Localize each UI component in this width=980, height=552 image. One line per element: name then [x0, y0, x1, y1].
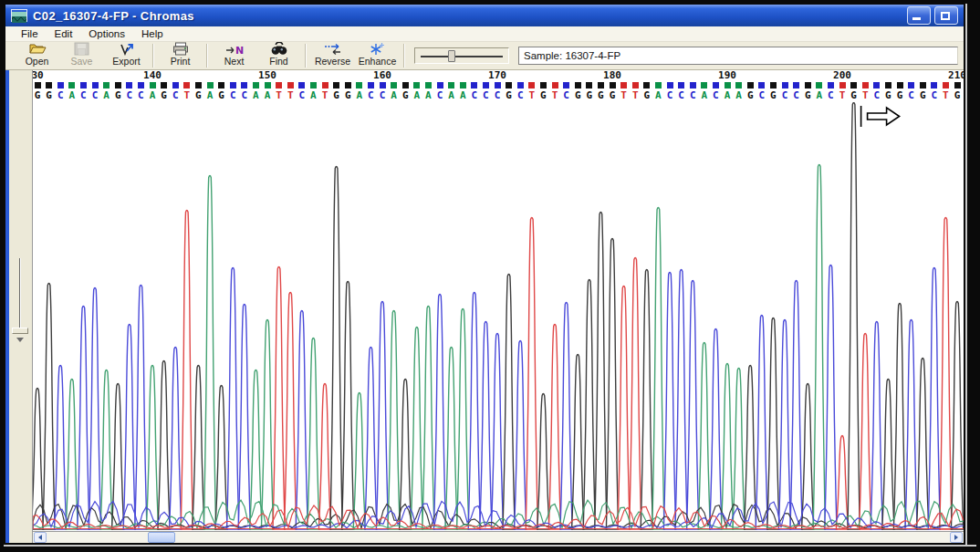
- trace-peak-G: [595, 213, 607, 530]
- trace-peak-G: [193, 366, 204, 530]
- toolbar-button-save[interactable]: Save: [59, 42, 104, 68]
- base-quality-square: [150, 82, 156, 89]
- base-call-letter: A: [733, 89, 745, 102]
- base-call-letter: C: [434, 89, 446, 102]
- ruler-label: 150: [258, 70, 276, 81]
- base-call-letter: A: [353, 89, 365, 102]
- base-quality-square: [667, 82, 673, 89]
- base-call-letter: A: [147, 89, 159, 102]
- horizontal-scrollbar[interactable]: [33, 531, 964, 543]
- enhance-sparkle-icon: [370, 42, 385, 56]
- base-quality-square: [356, 82, 362, 89]
- toolbar-separator: [206, 44, 208, 68]
- scrollbar-thumb[interactable]: [148, 532, 175, 543]
- base-quality-square: [425, 82, 432, 89]
- save-floppy-icon: [74, 42, 89, 56]
- titlebar[interactable]: C02_16307-4-FP - Chromas: [5, 5, 964, 26]
- base-quality-square: [528, 82, 535, 89]
- minimize-button[interactable]: [907, 6, 931, 25]
- base-call-letter: C: [135, 89, 147, 102]
- base-quality-square: [862, 82, 869, 89]
- base-quality-square: [35, 82, 41, 89]
- menu-item-help[interactable]: Help: [133, 27, 172, 41]
- trace-peak-G: [802, 384, 814, 530]
- toolbar-button-print[interactable]: Print: [158, 42, 203, 68]
- screenshot-frame: C02_16307-4-FP - Chromas FileEditOptions…: [0, 0, 980, 552]
- trace-peak-G: [893, 304, 905, 530]
- window-body: 30140150160170180190200210GGCACCAGCCAGCT…: [5, 70, 964, 543]
- base-quality-square: [735, 82, 742, 89]
- trace-peak-A: [308, 338, 319, 530]
- toolbar-button-enhance[interactable]: Enhance: [355, 42, 400, 68]
- base-quality-square: [620, 82, 627, 89]
- trace-peak-C: [790, 281, 802, 530]
- trace-peak-C: [675, 270, 687, 530]
- base-quality-square: [437, 82, 443, 89]
- toolbar-button-label: Export: [112, 56, 140, 67]
- ruler-label: 160: [373, 70, 391, 81]
- base-call-letter: G: [572, 89, 584, 102]
- base-quality-square: [230, 82, 236, 89]
- base-quality-square: [954, 82, 961, 89]
- base-quality-square: [747, 82, 754, 89]
- base-call-letter: T: [526, 89, 537, 102]
- ruler-label: 180: [603, 70, 621, 81]
- base-call-letter: T: [549, 89, 561, 102]
- trace-peak-G: [43, 284, 55, 530]
- toolbar-button-find[interactable]: Find: [256, 42, 301, 68]
- slider-thumb[interactable]: [448, 50, 455, 62]
- base-call-letter: G: [43, 89, 55, 102]
- base-quality-square: [782, 82, 788, 89]
- base-call-letter: A: [422, 89, 434, 102]
- base-quality-square: [172, 82, 179, 89]
- base-call-letter: A: [204, 89, 216, 102]
- ruler-label: 170: [488, 70, 506, 81]
- menu-item-file[interactable]: File: [13, 27, 47, 41]
- menubar: FileEditOptionsHelp: [5, 26, 964, 42]
- scroll-right-button[interactable]: [950, 532, 963, 543]
- base-quality-square: [402, 82, 409, 89]
- vertical-scale-slider-arrow-icon: [16, 338, 24, 342]
- base-call-letter: T: [940, 89, 952, 102]
- base-call-letter: A: [262, 89, 274, 102]
- scroll-left-arrow-icon: [38, 535, 42, 540]
- base-quality-square: [517, 82, 524, 89]
- trace-peak-A: [813, 165, 825, 530]
- toolbar-separator: [305, 44, 307, 68]
- base-call-letter: T: [285, 89, 297, 102]
- base-quality-square: [46, 82, 52, 89]
- base-call-letter: G: [215, 89, 227, 102]
- toolbar-button-reverse[interactable]: Reverse: [310, 42, 355, 68]
- trace-peak-C: [170, 348, 182, 530]
- scroll-left-button[interactable]: [34, 532, 47, 543]
- toolbar-button-open[interactable]: Open: [15, 42, 59, 68]
- trace-peak-G: [917, 359, 929, 530]
- maximize-button[interactable]: [934, 6, 958, 25]
- trace-peak-A: [698, 343, 710, 530]
- base-call-letter: A: [388, 89, 400, 102]
- toolbar-button-label: Enhance: [359, 56, 396, 67]
- base-call-letter: G: [894, 89, 906, 102]
- base-quality-square: [897, 82, 903, 89]
- toolbar-button-next[interactable]: NNext: [212, 42, 256, 68]
- base-call-letter: A: [411, 89, 422, 102]
- base-call-letter: C: [790, 89, 802, 102]
- trace-peak-A: [457, 309, 469, 530]
- vertical-scale-slider-thumb[interactable]: [12, 328, 28, 334]
- svg-text:N: N: [235, 45, 244, 56]
- toolbar-button-label: Find: [269, 56, 287, 67]
- menu-item-options[interactable]: Options: [80, 27, 133, 41]
- base-call-letter: C: [480, 89, 492, 102]
- trace-peak-G: [848, 103, 860, 530]
- toolbar-button-export[interactable]: Export: [104, 42, 149, 68]
- reverse-arrows-icon: [323, 42, 343, 56]
- base-call-letter: C: [227, 89, 239, 102]
- base-quality-square: [126, 82, 132, 89]
- menu-item-edit[interactable]: Edit: [47, 27, 81, 41]
- trace-peak-C: [238, 305, 250, 530]
- base-call-letter: A: [652, 89, 664, 102]
- trace-peak-C: [376, 302, 388, 530]
- horizontal-zoom-slider[interactable]: [414, 47, 509, 64]
- base-quality-square: [575, 82, 581, 89]
- base-call-letter: G: [400, 89, 412, 102]
